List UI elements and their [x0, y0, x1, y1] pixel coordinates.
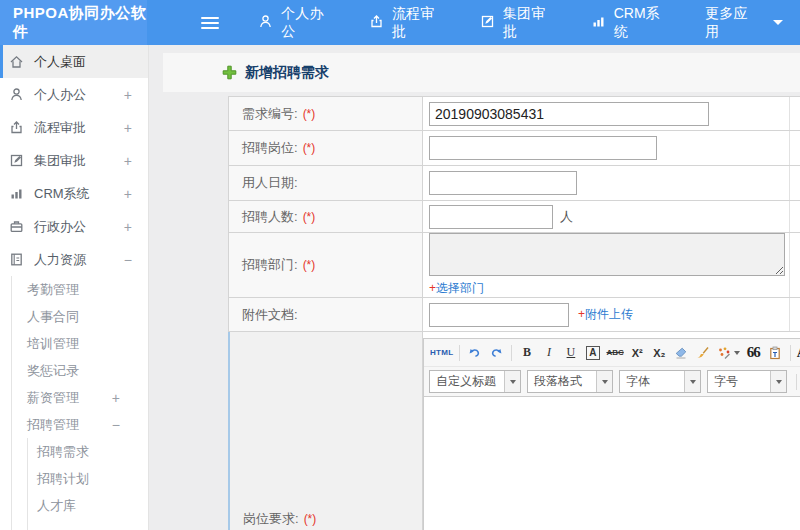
bold-button[interactable]: B — [516, 343, 537, 363]
required-mark: (*) — [303, 258, 316, 272]
headcount-input[interactable] — [429, 205, 553, 229]
sidebar-item-crm-system[interactable]: CRM系统 + — [0, 177, 148, 210]
tree-line — [27, 438, 28, 530]
row-stub — [790, 166, 800, 200]
form-row-attachment: 附件文档: +附件上传 — [228, 298, 800, 332]
sidebar-item-personal-office[interactable]: 个人办公 + — [0, 78, 148, 111]
sidebar-item-label: 招聘计划 — [37, 470, 89, 488]
html-source-button[interactable]: HTML — [428, 343, 455, 363]
superscript-button[interactable]: X² — [627, 343, 648, 363]
nav-item-group-approval[interactable]: 集团审批 — [463, 0, 574, 45]
custom-title-dropdown[interactable]: 自定义标题 — [429, 370, 521, 393]
sidebar-item-label: 招聘管理 — [27, 416, 79, 434]
nav-label: CRM系统 — [614, 5, 672, 41]
demand-number-input[interactable] — [429, 102, 709, 126]
sidebar-item-hr-contracts[interactable]: 人事合同 — [0, 303, 148, 330]
field-label: 招聘部门: (*) — [229, 233, 423, 297]
process-icon — [9, 120, 25, 135]
sidebar-item-group-approval[interactable]: 集团审批 + — [0, 144, 148, 177]
bar-chart-icon — [591, 14, 606, 32]
sidebar: 个人桌面 个人办公 + 流程审批 + 集团审批 + CRM系统 + 行政办公 +… — [0, 45, 149, 530]
subscript-button[interactable]: X₂ — [649, 343, 670, 363]
sidebar-item-training-mgmt[interactable]: 培训管理 — [0, 330, 148, 357]
unit-suffix: 人 — [560, 208, 573, 226]
caret-down-icon — [684, 371, 700, 392]
redo-icon[interactable] — [486, 343, 507, 363]
expand-plus-icon[interactable]: + — [124, 87, 148, 103]
expand-plus-icon[interactable]: + — [112, 390, 148, 406]
row-stub — [790, 97, 800, 130]
nav-item-personal-office[interactable]: 个人办公 — [241, 0, 352, 45]
recruit-position-input[interactable] — [429, 136, 657, 160]
nav-item-crm-system[interactable]: CRM系统 — [574, 0, 689, 45]
sidebar-item-personal-desktop[interactable]: 个人桌面 — [0, 45, 148, 78]
process-icon — [369, 14, 384, 32]
sidebar-item-process-approval[interactable]: 流程审批 + — [0, 111, 148, 144]
sidebar-item-attendance-mgmt[interactable]: 考勤管理 — [0, 276, 148, 303]
form-row-demand-number: 需求编号: (*) — [228, 97, 800, 131]
sidebar-item-label: 个人办公 — [34, 86, 124, 104]
editor-content-area[interactable] — [424, 397, 800, 530]
blockquote-button[interactable]: 66 — [743, 343, 764, 363]
nav-item-process-approval[interactable]: 流程审批 — [352, 0, 463, 45]
sidebar-item-talent-pool[interactable]: 人才库 — [0, 492, 148, 519]
row-stub — [790, 131, 800, 165]
font-family-dropdown[interactable]: 字体 — [619, 370, 701, 393]
sidebar-item-label: 考勤管理 — [27, 281, 79, 299]
nav-label: 更多应用 — [705, 5, 759, 41]
select-department-link[interactable]: +选择部门 — [429, 280, 484, 297]
expand-plus-icon[interactable]: + — [124, 153, 148, 169]
expand-plus-icon[interactable]: + — [124, 186, 148, 202]
nav-item-more-apps[interactable]: 更多应用 — [688, 0, 800, 45]
field-value-cell: +附件上传 — [423, 298, 790, 331]
sidebar-item-label: 薪资管理 — [27, 389, 79, 407]
sidebar-item-salary-mgmt[interactable]: 薪资管理 + — [0, 384, 148, 411]
sidebar-item-rewards-records[interactable]: 奖惩记录 — [0, 357, 148, 384]
form-row-headcount: 招聘人数: (*) 人 — [228, 201, 800, 233]
font-size-dropdown[interactable]: 字号 — [707, 370, 787, 393]
field-label: 招聘人数: (*) — [229, 201, 423, 232]
toolbar-separator — [790, 345, 791, 361]
font-color-button[interactable]: A — [795, 343, 800, 363]
paragraph-format-dropdown[interactable]: 段落格式 — [527, 370, 613, 393]
hr-book-icon — [9, 252, 25, 267]
app-logo: PHPOA协同办公软件 — [0, 0, 147, 45]
hire-date-input[interactable] — [429, 171, 577, 195]
sidebar-item-human-resources[interactable]: 人力资源 − — [0, 243, 148, 276]
italic-button[interactable]: I — [538, 343, 559, 363]
attachment-input[interactable] — [429, 303, 569, 327]
editor-toolbar-row2: 自定义标题 段落格式 字体 字号 — [424, 367, 800, 397]
label-text: 招聘部门: — [242, 256, 298, 274]
home-icon — [9, 54, 25, 69]
attachment-upload-link[interactable]: +附件上传 — [578, 306, 633, 323]
sidebar-item-recruit-demand[interactable]: 招聘需求 — [0, 438, 148, 465]
sidebar-item-label: 行政办公 — [34, 218, 124, 236]
collapse-minus-icon[interactable]: − — [124, 252, 148, 268]
recruit-department-textarea[interactable] — [429, 233, 785, 276]
label-text: 岗位要求: — [243, 510, 299, 528]
expand-plus-icon[interactable]: + — [124, 219, 148, 235]
sidebar-item-label: 个人桌面 — [34, 53, 148, 71]
form-row-position-requirements: 岗位要求: (*) HTML B I U A ABC X² X₂ — [228, 332, 800, 530]
paste-clipboard-icon[interactable] — [765, 343, 786, 363]
collapse-minus-icon[interactable]: − — [112, 417, 148, 433]
sidebar-item-recruit-plan[interactable]: 招聘计划 — [0, 465, 148, 492]
hamburger-menu-icon[interactable] — [197, 11, 223, 35]
plus-prefix: + — [429, 281, 436, 295]
sidebar-item-label: 培训管理 — [27, 335, 79, 353]
row-stub — [790, 233, 800, 297]
undo-icon[interactable] — [464, 343, 485, 363]
field-value-cell: +选择部门 — [423, 233, 790, 297]
underline-button[interactable]: U — [560, 343, 581, 363]
sidebar-item-admin-office[interactable]: 行政办公 + — [0, 210, 148, 243]
format-brush-icon[interactable] — [693, 343, 714, 363]
color-dots-icon[interactable] — [715, 343, 742, 363]
strikethrough-button[interactable]: ABC — [604, 343, 625, 363]
expand-plus-icon[interactable]: + — [124, 120, 148, 136]
field-value-cell — [423, 131, 790, 165]
field-label: 招聘岗位: (*) — [229, 131, 423, 165]
eraser-icon[interactable] — [671, 343, 692, 363]
sidebar-item-recruit-mgmt[interactable]: 招聘管理 − — [0, 411, 148, 438]
recruit-submenu: 招聘需求 招聘计划 人才库 — [0, 438, 148, 519]
char-border-button[interactable]: A — [582, 343, 603, 363]
